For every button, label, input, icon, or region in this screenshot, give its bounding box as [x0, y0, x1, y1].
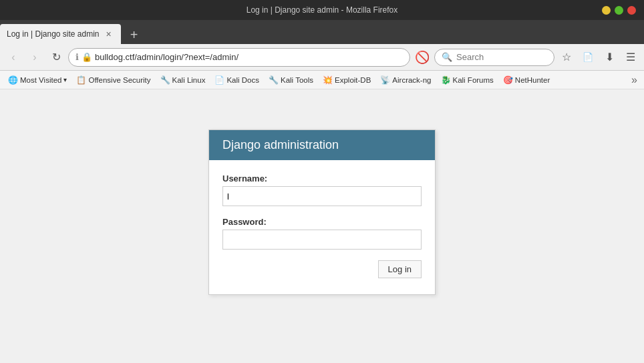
- lock-icon: 🔒: [82, 52, 92, 62]
- bookmark-label: Kali Docs: [226, 76, 259, 84]
- search-icon: 🔍: [442, 52, 452, 62]
- tab-title: Log in | Django site admin: [7, 29, 100, 39]
- bookmark-most-visited[interactable]: 🌐 Most Visited ▾: [4, 74, 71, 86]
- maximize-button[interactable]: [615, 6, 623, 15]
- kali-forums-icon: 🐉: [441, 75, 451, 85]
- exploit-db-icon: 💥: [323, 75, 333, 85]
- password-input[interactable]: [222, 230, 422, 250]
- kali-linux-icon: 🔧: [160, 75, 170, 85]
- bookmark-offensive-security[interactable]: 📋 Offensive Security: [72, 74, 154, 86]
- info-icon: ℹ: [75, 52, 79, 62]
- password-group: Password:: [222, 217, 422, 250]
- window-title: Log in | Django site admin - Mozilla Fir…: [247, 5, 398, 15]
- offensive-security-icon: 📋: [76, 75, 86, 85]
- tabbar: Log in | Django site admin × +: [0, 20, 644, 44]
- bookmark-kali-forums[interactable]: 🐉 Kali Forums: [437, 74, 498, 86]
- bookmark-kali-docs[interactable]: 📄 Kali Docs: [210, 74, 263, 86]
- bookmark-label: Aircrack-ng: [392, 76, 431, 84]
- back-button[interactable]: ‹: [4, 48, 23, 67]
- bookmark-label: Kali Linux: [172, 76, 206, 84]
- bookmarks-more-button[interactable]: »: [629, 74, 640, 86]
- address-bar[interactable]: ℹ 🔒 bulldog.ctf/admin/login/?next=/admin…: [68, 48, 410, 67]
- bookmarks-bar: 🌐 Most Visited ▾ 📋 Offensive Security 🔧 …: [0, 71, 644, 89]
- bookmark-label: Kali Forums: [453, 76, 494, 84]
- bookmark-aircrack-ng[interactable]: 📡 Aircrack-ng: [376, 74, 435, 86]
- username-input[interactable]: [222, 186, 422, 206]
- page-content: Django administration Username: Password…: [0, 89, 644, 363]
- tab-close-button[interactable]: ×: [104, 29, 114, 39]
- minimize-button[interactable]: [602, 6, 611, 15]
- reload-button[interactable]: ↻: [47, 48, 65, 67]
- username-group: Username:: [222, 173, 422, 206]
- aircrack-icon: 📡: [380, 75, 390, 85]
- login-header: Django administration: [209, 130, 435, 160]
- bookmark-label: Exploit-DB: [335, 76, 371, 84]
- bookmark-label: Offensive Security: [88, 76, 150, 84]
- login-button[interactable]: Log in: [378, 260, 422, 278]
- bookmark-kali-linux[interactable]: 🔧 Kali Linux: [156, 74, 210, 86]
- url-display[interactable]: bulldog.ctf/admin/login/?next=/admin/: [95, 52, 403, 62]
- reader-view-button[interactable]: 📄: [579, 48, 597, 67]
- bookmark-nethunter[interactable]: 🎯 NetHunter: [499, 74, 554, 86]
- bookmark-label: NetHunter: [515, 76, 550, 84]
- password-label: Password:: [222, 217, 422, 227]
- kali-tools-icon: 🔧: [269, 75, 279, 85]
- new-tab-button[interactable]: +: [125, 25, 144, 44]
- login-container: Django administration Username: Password…: [208, 129, 436, 295]
- browser-tab[interactable]: Log in | Django site admin ×: [0, 24, 121, 44]
- bookmark-label: Most Visited: [20, 76, 61, 84]
- search-box[interactable]: 🔍: [434, 49, 554, 66]
- menu-button[interactable]: ☰: [621, 48, 640, 67]
- window-controls: [602, 6, 636, 15]
- forward-button[interactable]: ›: [25, 48, 44, 67]
- submit-row: Log in: [222, 260, 422, 278]
- login-title: Django administration: [222, 138, 422, 152]
- kali-docs-icon: 📄: [214, 75, 224, 85]
- download-button[interactable]: ⬇: [600, 48, 619, 67]
- address-icons: ℹ 🔒: [75, 52, 92, 62]
- bookmark-kali-tools[interactable]: 🔧 Kali Tools: [265, 74, 317, 86]
- most-visited-icon: 🌐: [8, 75, 18, 85]
- bookmark-exploit-db[interactable]: 💥 Exploit-DB: [319, 74, 375, 86]
- login-body: Username: Password: Log in: [209, 160, 435, 294]
- titlebar: Log in | Django site admin - Mozilla Fir…: [0, 0, 644, 20]
- username-label: Username:: [222, 173, 422, 184]
- nethunter-icon: 🎯: [503, 75, 513, 85]
- search-input[interactable]: [456, 52, 536, 62]
- navbar: ‹ › ↻ ℹ 🔒 bulldog.ctf/admin/login/?next=…: [0, 44, 644, 71]
- blocked-content-button[interactable]: 🚫: [413, 48, 432, 67]
- dropdown-arrow: ▾: [63, 76, 67, 83]
- bookmark-star-button[interactable]: ☆: [557, 48, 576, 67]
- bookmark-label: Kali Tools: [281, 76, 313, 84]
- close-button[interactable]: [627, 6, 636, 15]
